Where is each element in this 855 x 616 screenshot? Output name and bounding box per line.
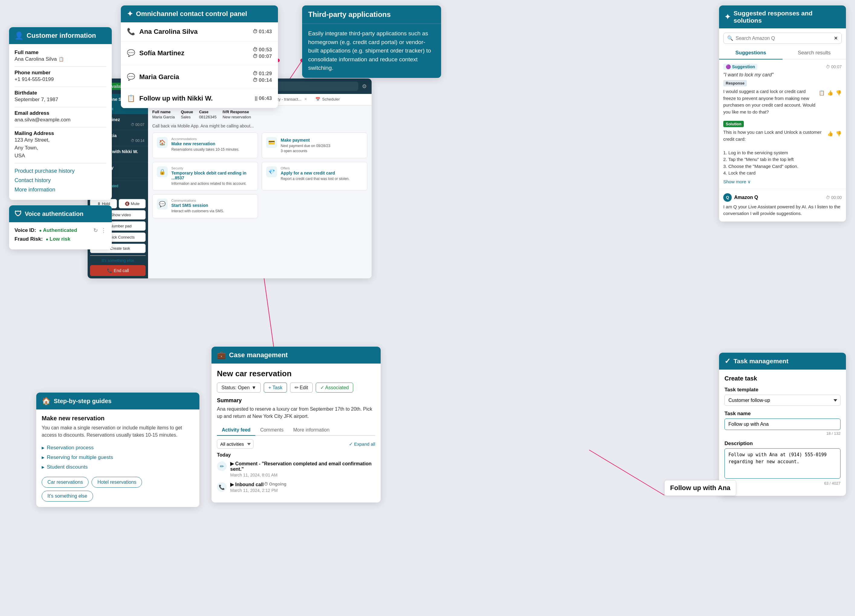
accommodation-category: Accommodations [171,137,239,141]
suggestion-quote: "I want to lock my card" [723,72,842,78]
product-history-link[interactable]: Product purchase history [14,167,106,176]
action-card-sms[interactable]: 💬 Communications Start SMS session Inter… [152,194,258,218]
ccp-info-row: Full name Maria Garcia Queue Sales Case … [152,110,368,119]
followup-with-ana-label: Follow up with Ana [664,480,736,496]
thumbsdown-icon[interactable]: 👎 [836,90,842,96]
tab-more-info[interactable]: More information [288,425,334,436]
make-reservation-title: Make new reservation [171,141,239,146]
contact-item-sofia[interactable]: 💬 Sofía Martinez ⏱00:53 ⏱00:07 [121,41,278,65]
step-guides-panel: 🏠 Step-by-step guides Make new reservati… [36,393,199,507]
thumbsup-icon-2[interactable]: 👍 [827,131,833,136]
action-card-security-content: Security Temporary block debit card endi… [171,167,253,186]
contact-name-maria: Maria Garcia [139,73,179,81]
task-name-input[interactable] [725,419,841,430]
fraud-risk-value: Low risk [46,236,70,242]
action-card-credit[interactable]: 💎 Offers Apply for a new credit card Rep… [262,162,368,191]
more-icon[interactable]: ⋮ [101,227,106,234]
third-party-header: Third-party applications [302,5,441,24]
info-case: Case 08126345 [199,110,217,119]
person-icon: 👤 [14,31,24,40]
contact-item-nikki[interactable]: 📋 Follow up with Nikki W. ||06:43 [121,89,278,108]
expand-all-button[interactable]: ✓ Expand all [349,442,375,447]
task-name-field: Task name 18 / 132 [725,411,841,436]
tab-search-results[interactable]: Search results [783,47,846,59]
tab-suggestions[interactable]: Suggestions [719,47,783,60]
show-more-button[interactable]: Show more ∨ [723,179,842,185]
mute-button[interactable]: 🔇 Mute [119,199,146,208]
info-ivr-label: IVR Response [223,110,251,114]
action-card-credit-content: Offers Apply for a new credit card Repor… [281,167,349,182]
refresh-icon[interactable]: ↻ [93,227,98,234]
amazon-q-text: I am Q your Live Assistant powered by AI… [723,203,842,217]
tab-comments[interactable]: Comments [255,425,288,436]
tab-scheduler[interactable]: 📅 Scheduler [311,94,344,105]
customer-info-body: Full name Ana Carolina Silva 📋 Phone num… [9,44,112,200]
sms-title: Start SMS session [171,203,224,208]
create-task-label: Create task [725,375,841,382]
end-call-button[interactable]: 📞 End call [90,265,146,276]
task-name-char-count: 18 / 132 [725,431,841,436]
task-button[interactable]: + Task [264,382,287,393]
car-reservations-button[interactable]: Car reservations [42,477,89,488]
case-mgmt-header: 💼 Case management [211,347,381,364]
customer-info-panel: 👤 Customer information Full name Ana Car… [9,27,112,200]
offers-category: Offers [281,167,349,170]
thumbsdown-icon-2[interactable]: 👎 [836,131,842,136]
amazon-q-label: Amazon Q [734,195,758,200]
copy-icon[interactable]: 📋 [58,57,64,62]
case-mgmt-body: New car reservation Status: Open ▼ + Tas… [211,364,381,503]
activity-call-time: March 11, 2024, 2:12 PM [230,488,287,493]
template-field: Task template Customer follow-up [725,387,841,406]
amazon-q-search: 🔍 ✕ [723,33,842,44]
its-something-else-ccp[interactable]: It's something else [90,255,146,265]
suggested-header: ✦ Suggested responses and solutions [719,5,846,28]
more-info-link[interactable]: More information [14,185,106,194]
action-card-security[interactable]: 🔒 Security Temporary block debit card en… [152,162,258,191]
close-icon[interactable]: ✕ [834,35,838,41]
voice-id-value: Authenticated [39,228,77,234]
task-desc-textarea[interactable]: Follow up with Ana at (914) 555-0199 reg… [725,448,841,478]
action-cards: 🏠 Accommodations Make new reservation Re… [152,133,368,218]
close-fraud-tab[interactable]: ✕ [304,97,307,101]
make-payment-title: Make payment [281,138,330,142]
gear-icon[interactable]: ⚙ [362,83,367,90]
associated-button[interactable]: ✓ Associated [316,382,354,393]
copy-icon[interactable]: 📋 [819,90,825,96]
third-party-desc: Easily integrate third-party application… [308,30,431,71]
search-input[interactable] [735,36,831,41]
step-item-multiple[interactable]: Reserving for multiple guests [42,452,194,462]
address-label: Mailing Address [14,130,106,136]
its-something-else-button[interactable]: It's something else [42,491,93,501]
step-item-discounts[interactable]: Student discounts [42,462,194,472]
sms-card-icon: 💬 [157,199,168,209]
contact-history-link[interactable]: Contact history [14,176,106,185]
voice-icons: ↻ ⋮ [93,227,106,234]
edit-button[interactable]: ✏ Edit [290,382,313,393]
action-card-reservation[interactable]: 🏠 Accommodations Make new reservation Re… [152,133,258,158]
status-button[interactable]: Status: Open ▼ [217,382,261,393]
call-status: ⏱ Ongoing [264,481,287,486]
contact-item-maria[interactable]: 💬 Maria Garcia ⏱01:29 ⏱00:14 [121,65,278,89]
tab-activity-feed[interactable]: Activity feed [217,425,255,436]
thumbsup-icon[interactable]: 👍 [827,90,833,96]
suggested-body: 🔍 ✕ Suggestions Search results 🟣 Suggest… [719,33,846,222]
step-item-reservation[interactable]: Reservation process [42,443,194,452]
task-desc-field: Description Follow up with Ana at (914) … [725,440,841,486]
action-card-payment[interactable]: 💳 Make payment Next payment due on 09/28… [262,133,368,158]
checkmark-icon: ✓ [349,442,353,447]
case-mgmt-title: Case management [229,351,288,359]
info-fullname-value: Maria Garcia [152,115,175,119]
temp-block-desc: Information and actions related to this … [171,181,253,186]
template-select[interactable]: Customer follow-up [725,395,841,406]
contact-item-ana[interactable]: 📞 Ana Carolina Silva ⏱01:43 [121,22,278,41]
amazon-q-item: Q Amazon Q ⏱ 00:00 I am Q your Live Assi… [719,189,846,222]
action-card-payment-content: Make payment Next payment due on 09/28/2… [281,137,330,154]
template-label: Task template [725,387,841,393]
temp-block-title: Temporary block debit card ending in ...… [171,171,253,180]
search-icon: 🔍 [727,35,733,41]
chevron-down-icon: ▼ [251,385,256,390]
omnichannel-title: Omnichannel contact control panel [136,10,247,18]
hotel-reservations-button[interactable]: Hotel reservations [92,477,142,488]
info-case-label: Case [199,110,217,114]
activities-filter[interactable]: All activities [217,439,253,449]
